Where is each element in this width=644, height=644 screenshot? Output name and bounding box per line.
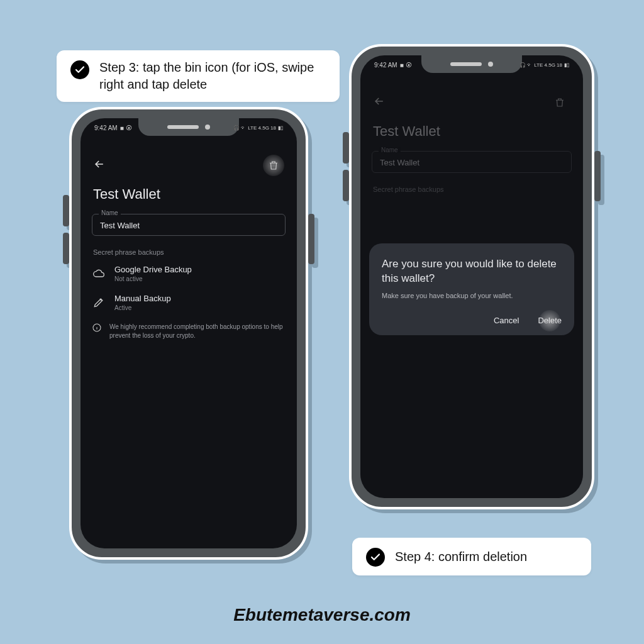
dialog-title: Are you sure you would like to delete th… bbox=[382, 257, 562, 286]
step3-callout: Step 3: tap the bin icon (for iOS, swipe… bbox=[57, 50, 340, 102]
page-title: Test Wallet bbox=[93, 186, 286, 203]
manual-backup-title: Manual Backup bbox=[114, 294, 171, 303]
status-bar: 9:42 AM■ ⦿ 🎧 ᯤLTE 4.5G 18▮▯ bbox=[360, 62, 583, 69]
footer-attribution: Ebutemetaverse.com bbox=[0, 605, 644, 625]
name-value: Test Wallet bbox=[100, 221, 277, 230]
phone-side-button bbox=[308, 214, 314, 264]
phone-side-button bbox=[343, 132, 349, 164]
phone-mockup-step4: 9:42 AM■ ⦿ 🎧 ᯤLTE 4.5G 18▮▯ Test Wallet … bbox=[349, 44, 594, 509]
name-label: Name bbox=[99, 209, 121, 216]
check-icon bbox=[70, 60, 89, 79]
cancel-button[interactable]: Cancel bbox=[494, 316, 519, 325]
confirm-delete-dialog: Are you sure you would like to delete th… bbox=[369, 243, 574, 336]
phone-side-button bbox=[343, 170, 349, 201]
status-time: 9:42 AM bbox=[374, 62, 397, 69]
step3-text: Step 3: tap the bin icon (for iOS, swipe… bbox=[99, 59, 326, 93]
status-indicators: LTE 4.5G 18 bbox=[534, 62, 562, 68]
status-bar: 9:42 AM■ ⦿ 🎧 ᯤLTE 4.5G 18▮▯ bbox=[80, 125, 297, 131]
phone-side-button bbox=[594, 151, 601, 201]
status-time: 9:42 AM bbox=[94, 125, 118, 131]
backup-info: We highly recommend completing both back… bbox=[92, 323, 286, 340]
phone-side-button bbox=[63, 195, 69, 226]
delete-wallet-button[interactable] bbox=[263, 155, 284, 176]
google-drive-backup-row[interactable]: Google Drive Backup Not active bbox=[92, 265, 286, 282]
manual-backup-row[interactable]: Manual Backup Active bbox=[92, 294, 286, 311]
step4-callout: Step 4: confirm deletion bbox=[352, 538, 591, 575]
manual-backup-status: Active bbox=[114, 304, 171, 311]
check-icon bbox=[366, 548, 385, 567]
phone-mockup-step3: 9:42 AM■ ⦿ 🎧 ᯤLTE 4.5G 18▮▯ Test Wallet … bbox=[69, 107, 308, 560]
wallet-name-field[interactable]: Name Test Wallet bbox=[92, 214, 286, 236]
info-icon bbox=[92, 323, 102, 335]
confirm-delete-overlay: Are you sure you would like to delete th… bbox=[360, 80, 583, 498]
backup-info-text: We highly recommend completing both back… bbox=[109, 323, 286, 340]
back-button[interactable] bbox=[93, 158, 106, 173]
backups-section-label: Secret phrase backups bbox=[93, 248, 286, 256]
cloud-icon bbox=[92, 267, 106, 280]
google-drive-title: Google Drive Backup bbox=[114, 265, 192, 274]
phone-side-button bbox=[63, 233, 69, 264]
google-drive-status: Not active bbox=[114, 275, 192, 282]
dialog-message: Make sure you have backup of your wallet… bbox=[382, 292, 562, 299]
confirm-delete-button[interactable]: Delete bbox=[538, 316, 562, 325]
pencil-icon bbox=[92, 296, 106, 309]
status-indicators: LTE 4.5G 18 bbox=[248, 125, 276, 131]
step4-text: Step 4: confirm deletion bbox=[395, 548, 527, 565]
